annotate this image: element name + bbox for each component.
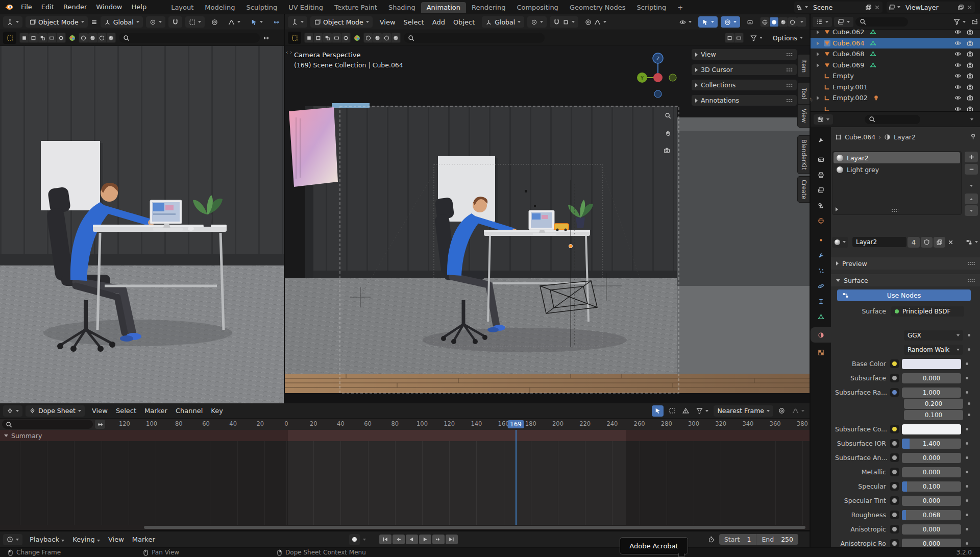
properties-tab-modifiers[interactable] [811,248,831,263]
mode-dropdown[interactable]: Object Mode [310,16,373,28]
swap-icon[interactable] [263,35,270,41]
hide-render-icon[interactable] [967,62,973,68]
decorator-dot[interactable] [966,456,968,459]
jump-to-start-button[interactable] [379,535,391,544]
properties-tab-output[interactable] [811,167,831,182]
overlays-toggle[interactable] [721,16,740,28]
hide-viewport-icon[interactable] [954,62,961,68]
value-slider-subsurface-ior[interactable]: 1.400 [902,439,961,449]
scene-name[interactable]: Scene [810,4,863,11]
falloff-dropdown[interactable] [225,16,244,28]
slot-list-resize-grip[interactable] [891,208,898,212]
new-scene-icon[interactable] [865,4,872,11]
value-slider-anisotropic-ro[interactable]: 0.000 [902,539,961,548]
workspace-tab-shading[interactable]: Shading [383,2,421,13]
workspace-tab-scripting[interactable]: Scripting [631,2,672,13]
sidebar-tab-blenderkit[interactable]: BlenderKit [797,135,810,174]
workspace-tab-animation[interactable]: Animation [421,2,466,13]
shading-mode-buttons[interactable] [760,17,806,27]
viewlayer-name[interactable]: ViewLayer [902,4,955,11]
properties-tab-object-data[interactable] [811,309,831,324]
workspace-tab-modeling[interactable]: Modeling [199,2,240,13]
sidebar-tab-item[interactable]: Item [797,54,810,78]
decorator-dot[interactable] [966,391,968,394]
snap-dropdown[interactable]: Nearest Frame [714,405,773,417]
users-count-button[interactable]: 4 [908,237,920,248]
timeline-menu-keying[interactable]: Keying [68,536,104,543]
decorator-dot[interactable] [966,377,968,379]
topbar-menu-edit[interactable]: Edit [37,0,59,14]
playhead-line[interactable] [516,430,517,525]
selected-yellow-object[interactable] [554,224,569,231]
outliner-row-cube-064[interactable]: Cube.064 [811,38,980,49]
previous-keyframe-button[interactable] [393,535,405,544]
properties-tab-texture[interactable] [811,345,831,360]
auto-keying-button[interactable] [349,534,360,545]
palette-icon[interactable] [69,35,76,41]
sidebar-tab-view[interactable]: View [797,104,810,128]
topbar-menu-render[interactable]: Render [59,0,91,14]
decorator-dot[interactable] [966,442,968,445]
value-slider-anisotropic[interactable]: 0.000 [902,524,961,535]
properties-tab-render[interactable] [811,152,831,167]
properties-tab-particles[interactable] [811,263,831,278]
slot-move-down-button[interactable] [965,205,978,216]
orientation-dropdown[interactable]: Global [101,16,143,28]
errors-warning-icon[interactable] [680,405,691,417]
mode-dropdown[interactable]: Object Mode [26,16,88,28]
sidebar-tab-create[interactable]: Create [797,176,810,203]
value-slider-subsurface-an-[interactable]: 0.000 [902,453,961,463]
overlays-toggle[interactable] [270,16,283,28]
decorator-dot[interactable] [968,414,970,416]
material-slot-layar2[interactable]: Layar2 [834,152,960,163]
editor-type-button[interactable] [3,534,22,545]
npanel-view[interactable]: View [692,49,797,60]
dropdown-ggx[interactable]: GGX [904,330,963,341]
viewport-menu-object[interactable]: Object [449,18,479,26]
xray-toggle[interactable] [743,16,757,28]
region-expand-arrows[interactable]: ‹ › [286,49,292,56]
options-dropdown[interactable] [967,114,977,125]
editor-type-button[interactable] [3,16,22,28]
properties-tab-world[interactable] [811,213,831,228]
filter-dropdown[interactable] [694,405,710,417]
tool-search-input[interactable] [404,33,545,43]
properties-tab-tool[interactable] [811,132,831,148]
camera-view-icon[interactable] [664,147,670,154]
viewport-menu-view[interactable]: View [376,18,400,26]
hide-viewport-icon[interactable] [954,84,961,90]
workspace-tab-uv-editing[interactable]: UV Editing [283,2,329,13]
hide-render-icon[interactable] [967,106,973,111]
proportional-toggle[interactable] [776,405,787,417]
decorator-dot[interactable] [966,362,968,365]
value-slider-specular-tint[interactable]: 0.000 [902,496,961,506]
material-slot-light-grey[interactable]: Light grey [834,164,960,175]
hide-viewport-icon[interactable] [954,94,961,101]
shading-sphere-buttons[interactable] [363,33,401,43]
snap-group[interactable] [550,16,578,28]
unlink-material-icon[interactable] [947,239,954,246]
decorator-dot[interactable] [966,485,968,488]
orientation-dropdown[interactable]: Global [482,16,524,28]
workspace-tab-sculpting[interactable]: Sculpting [240,2,283,13]
filter-dropdown[interactable] [950,16,969,28]
color-swatch-base-color[interactable] [902,359,961,369]
browse-material-button[interactable] [832,237,848,248]
unlink-scene-icon[interactable] [874,4,880,11]
only-selected-toggle[interactable] [652,405,664,417]
surface-panel-header[interactable]: Surface [831,274,980,286]
frame-start-field[interactable]: Start1 [719,536,756,543]
channel-filter-invert-button[interactable] [95,420,105,429]
proportional-toggle[interactable] [208,16,222,28]
workspace-tab-geometry-nodes[interactable]: Geometry Nodes [564,2,631,13]
outliner-row-cube-068[interactable]: Cube.068 [811,49,980,59]
horizontal-scrollbar[interactable] [0,525,810,530]
decorator-dot[interactable] [966,428,968,430]
proportional-group[interactable] [581,16,610,28]
dope-menu-channel[interactable]: Channel [172,407,207,415]
viewport-menu-add[interactable]: Add [428,18,449,26]
decorator-dot[interactable] [968,334,970,336]
outliner-search-input[interactable] [855,17,908,27]
dope-menu-view[interactable]: View [88,407,112,415]
dope-menu-key[interactable]: Key [207,407,227,415]
